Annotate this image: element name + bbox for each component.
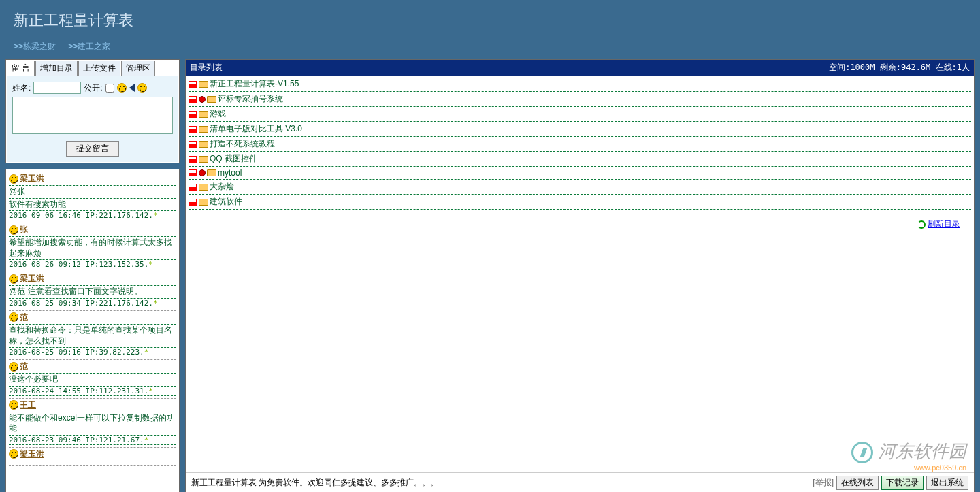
public-checkbox[interactable]: [105, 84, 114, 93]
grid-icon: [189, 184, 197, 191]
folder-icon: [199, 199, 208, 206]
tab-upload[interactable]: 上传文件: [78, 61, 120, 76]
refresh-link[interactable]: 刷新目录: [917, 218, 960, 230]
folder-icon: [199, 156, 208, 163]
refresh-icon: [917, 220, 926, 229]
messages-list[interactable]: 梁玉洪@张软件有搜索功能2016-09-06 16:46 IP:221.176.…: [5, 169, 180, 492]
folder-icon: [199, 126, 208, 133]
dir-item[interactable]: 打造不死系统教程: [189, 137, 971, 152]
name-input[interactable]: [33, 82, 81, 94]
smiley-icon: [9, 362, 18, 372]
grid-icon: [189, 169, 197, 176]
dir-item[interactable]: mytool: [189, 167, 971, 180]
online-list-button[interactable]: 在线列表: [836, 476, 879, 490]
folder-icon: [199, 81, 208, 88]
smiley-icon[interactable]: [117, 83, 127, 93]
message-item: 范查找和替换命令：只是单纯的查找某个项目名称，怎么找不到2016-08-25 0…: [9, 311, 176, 360]
triangle-left-icon[interactable]: [129, 84, 135, 92]
download-log-button[interactable]: 下载记录: [881, 476, 924, 490]
folder-icon: [199, 184, 208, 191]
name-label: 姓名:: [12, 82, 31, 94]
folder-icon: [207, 96, 216, 103]
dir-item[interactable]: 游戏: [189, 107, 971, 122]
message-item: 范没这个必要吧2016-08-24 14:55 IP:112.231.31.*: [9, 360, 176, 399]
grid-icon: [189, 199, 197, 206]
public-label: 公开:: [84, 82, 102, 94]
grid-icon: [189, 111, 197, 118]
folder-icon: [199, 141, 208, 148]
lock-icon: [199, 169, 206, 176]
smiley-icon: [9, 274, 18, 284]
tab-add-dir[interactable]: 增加目录: [35, 61, 78, 76]
dir-item[interactable]: 评标专家抽号系统: [189, 92, 971, 107]
smiley-icon: [9, 312, 18, 322]
grid-icon: [189, 141, 197, 148]
message-item: 梁玉洪: [9, 448, 176, 466]
lock-icon: [199, 96, 206, 103]
dir-item[interactable]: 新正工程量计算表-V1.55: [189, 77, 971, 92]
message-textarea[interactable]: [12, 97, 173, 134]
message-item: 梁玉洪@张软件有搜索功能2016-09-06 16:46 IP:221.176.…: [9, 172, 176, 223]
breadcrumb-link[interactable]: >>建工之家: [68, 42, 110, 51]
logout-button[interactable]: 退出系统: [926, 476, 968, 490]
smiley-icon: [9, 225, 18, 235]
dir-item[interactable]: 建筑软件: [189, 195, 971, 210]
message-item: 张希望能增加搜索功能，有的时候计算式太多找起来麻烦2016-08-26 09:1…: [9, 223, 176, 272]
dir-item[interactable]: 大杂烩: [189, 180, 971, 195]
dir-item[interactable]: QQ 截图控件: [189, 152, 971, 167]
tab-admin[interactable]: 管理区: [121, 61, 155, 76]
grid-icon: [189, 81, 197, 88]
message-item: 梁玉洪@范 注意看查找窗口下面文字说明。2016-08-25 09:34 IP:…: [9, 272, 176, 311]
dir-list-title: 目录列表: [190, 62, 223, 73]
report-link[interactable]: [举报]: [813, 477, 834, 489]
page-title: 新正工程量计算表: [14, 10, 966, 31]
folder-icon: [199, 111, 208, 118]
grid-icon: [189, 126, 197, 133]
submit-button[interactable]: 提交留言: [66, 141, 119, 157]
dir-stats: 空间:1000M 剩余:942.6M 在线:1人: [829, 62, 970, 73]
grid-icon: [189, 96, 197, 103]
dir-item[interactable]: 清单电子版对比工具 V3.0: [189, 122, 971, 137]
tab-message[interactable]: 留 言: [7, 61, 35, 76]
smiley-icon[interactable]: [137, 83, 147, 93]
smiley-icon: [9, 449, 18, 459]
message-item: 王工能不能做个和excel一样可以下拉复制数据的功能2016-08-23 09:…: [9, 399, 176, 448]
smiley-icon: [9, 400, 18, 410]
smiley-icon: [9, 174, 18, 184]
dir-list[interactable]: 新正工程量计算表-V1.55评标专家抽号系统游戏清单电子版对比工具 V3.0打造…: [186, 76, 974, 472]
breadcrumb-link[interactable]: >>栋梁之财: [14, 42, 56, 51]
grid-icon: [189, 156, 197, 163]
breadcrumb: >>栋梁之财 >>建工之家: [14, 41, 966, 52]
folder-icon: [207, 169, 216, 176]
footer-text: 新正工程量计算表 为免费软件。欢迎同仁多提建议、多多推广。。。: [191, 477, 438, 489]
